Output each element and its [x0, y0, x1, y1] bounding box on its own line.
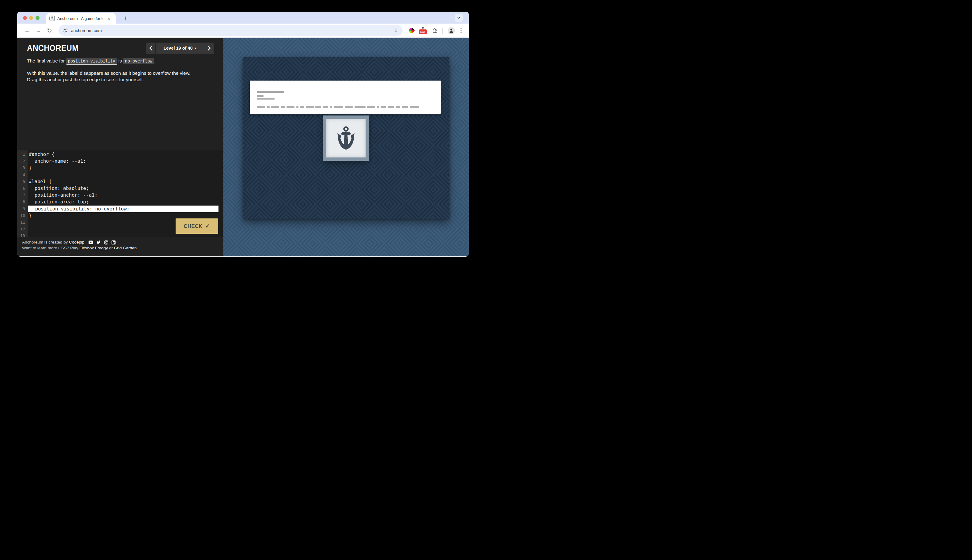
check-icon: ✓ [205, 223, 210, 230]
puzzle-icon [432, 28, 438, 33]
traffic-lights [23, 16, 40, 20]
game-stage [223, 38, 469, 257]
gutter: 12345678910111213 [17, 150, 28, 237]
card-dash-row [257, 106, 421, 108]
close-window-button[interactable] [23, 16, 27, 20]
placeholder-dash [367, 106, 375, 108]
browser-toolbar: ← → ↻ anchoreum.com ☆ N/A [17, 23, 469, 38]
chevron-left-icon [149, 45, 153, 51]
twitter-icon[interactable] [97, 240, 101, 244]
placeholder-dash [323, 106, 328, 108]
tune-icon[interactable] [63, 28, 68, 33]
game-header: ANCHOREUM Level 19 of 40 ▾ [17, 38, 223, 53]
code-line-input[interactable]: position-visibility: no-overflow; [28, 205, 218, 212]
bug-icon [421, 27, 424, 28]
forward-button[interactable]: → [35, 28, 42, 33]
linkedin-icon[interactable] [112, 240, 115, 245]
caret-down-icon: ▾ [195, 47, 197, 50]
zoom-window-button[interactable] [35, 16, 40, 20]
code-line [28, 172, 223, 178]
minimize-window-button[interactable] [29, 16, 33, 20]
code-chip-no-overflow: no-overflow [123, 58, 154, 64]
line-number: 1 [17, 151, 28, 158]
next-level-button[interactable] [204, 43, 213, 53]
level-navigation: Level 19 of 40 ▾ [146, 43, 213, 53]
kebab-menu-icon[interactable] [460, 28, 462, 33]
line-number: 11 [17, 219, 28, 226]
line-number: 13 [17, 233, 28, 237]
placeholder-dash [396, 106, 400, 108]
line-number: 2 [17, 158, 28, 165]
line-number: 7 [17, 192, 28, 198]
check-button-label: CHECK [184, 223, 203, 229]
placeholder-dash [330, 106, 332, 108]
check-button[interactable]: CHECK ✓ [175, 218, 218, 234]
youtube-icon[interactable] [88, 240, 93, 244]
tab-strip: Anchoreum - A game for learn × + [17, 12, 469, 23]
placeholder-dash [287, 106, 295, 108]
browser-tab[interactable]: Anchoreum - A game for learn × [46, 13, 116, 23]
puzzle-extensions-icon[interactable] [432, 28, 438, 33]
placeholder-dash [271, 106, 279, 108]
placeholder-line-short [257, 95, 263, 97]
footer: Anchoreum is created by Codepip [22, 239, 137, 251]
code-line: #label { [28, 178, 223, 185]
back-button[interactable]: ← [24, 28, 30, 33]
code-line: anchor-name: --a1; [28, 158, 223, 165]
close-tab-icon[interactable]: × [108, 16, 110, 21]
placeholder-dash [257, 106, 265, 108]
code-chip-position-visibility[interactable]: position-visibility [66, 58, 117, 65]
placeholder-dash [306, 106, 314, 108]
code-line: position-anchor: --a1; [28, 192, 223, 198]
url-text[interactable]: anchoreum.com [71, 28, 102, 33]
placeholder-dash [388, 106, 394, 108]
placeholder-dash [315, 106, 321, 108]
placeholder-dash [345, 106, 353, 108]
placeholder-dash [410, 106, 419, 108]
na-badge: N/A [419, 29, 427, 34]
instruction-paragraph-1: The final value for position-visibility … [27, 58, 195, 65]
label-card [250, 80, 441, 114]
anchor-favicon [49, 16, 55, 21]
level-instructions: The final value for position-visibility … [17, 58, 205, 83]
code-line: #anchor { [28, 151, 223, 158]
instagram-icon[interactable] [104, 240, 108, 245]
colorzilla-extension-icon[interactable] [409, 28, 414, 33]
line-number: 10 [17, 212, 28, 219]
tab-title: Anchoreum - A game for learn [57, 16, 106, 21]
new-tab-button[interactable]: + [121, 13, 130, 23]
previous-level-button[interactable] [146, 43, 155, 53]
codepip-link[interactable]: Codepip [69, 240, 84, 245]
code-line: position-area: top; [28, 198, 223, 205]
placeholder-dash [377, 106, 379, 108]
grid-garden-link[interactable]: Grid Garden [114, 246, 137, 250]
social-icons [88, 240, 115, 245]
flexbox-froggy-link[interactable]: Flexbox Froggy [79, 246, 108, 250]
placeholder-dash [355, 106, 365, 108]
profile-avatar[interactable] [448, 27, 455, 34]
na-extension-icon[interactable]: N/A [419, 27, 427, 34]
line-number: 8 [17, 198, 28, 205]
anchoreum-logo: ANCHOREUM [27, 43, 78, 53]
tab-search-chevron-button[interactable] [455, 14, 463, 22]
level-dropdown[interactable]: Level 19 of 40 ▾ [156, 43, 204, 53]
anchor-view-container [243, 57, 449, 219]
line-number: 6 [17, 185, 28, 192]
anchor-icon [332, 125, 359, 152]
placeholder-dash [334, 106, 343, 108]
line-number: 9 [17, 205, 28, 212]
line-number: 3 [17, 165, 28, 171]
footer-line-2: Want to learn more CSS? Play Flexbox Fro… [22, 245, 137, 251]
placeholder-dash [267, 106, 270, 108]
chevron-down-icon [457, 16, 460, 20]
reload-button[interactable]: ↻ [47, 28, 52, 34]
placeholder-dash [296, 106, 298, 108]
chevron-right-icon [207, 45, 211, 51]
address-bar[interactable]: anchoreum.com ☆ [58, 25, 403, 36]
anchor-element[interactable] [323, 115, 369, 161]
code-line: position: absolute; [28, 185, 223, 192]
code-line: } [28, 165, 223, 171]
placeholder-line-medium [257, 98, 275, 100]
bookmark-star-icon[interactable]: ☆ [393, 27, 398, 34]
line-number: 12 [17, 226, 28, 233]
